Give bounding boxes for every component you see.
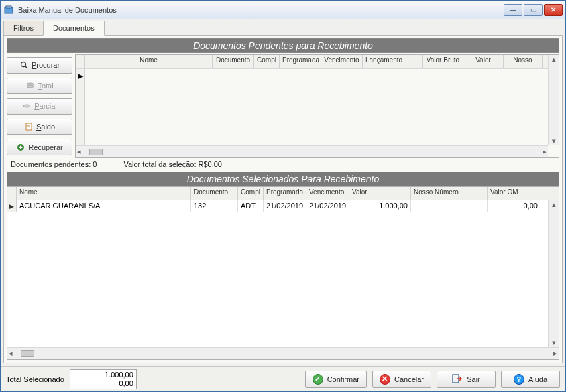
docs-pendentes-status: Documentos pendentes: 0 bbox=[11, 160, 97, 168]
app-icon bbox=[3, 5, 14, 15]
cell-nome: ACUCAR GUARANI S/A bbox=[17, 200, 191, 212]
cell-documento: 132 bbox=[191, 200, 238, 212]
coins-partial-icon bbox=[22, 101, 32, 111]
cell-vencimento: 21/02/2019 bbox=[306, 200, 349, 212]
ajuda-button[interactable]: ? Ajuda bbox=[501, 371, 560, 388]
parcial-button[interactable]: Parcial bbox=[7, 98, 72, 115]
col-vencimento[interactable]: Vencimento bbox=[321, 55, 363, 68]
grid-row-indicator: ▶ bbox=[76, 69, 85, 157]
grid-pendentes[interactable]: Nome Documento Compl Programada Vencimen… bbox=[75, 54, 559, 158]
ajuda-label: da bbox=[539, 375, 547, 383]
svg-rect-1 bbox=[6, 6, 11, 8]
cancelar-label: ncelar bbox=[404, 375, 424, 383]
section-selecionados-header: Documentos Selecionados Para Recebimento bbox=[7, 172, 559, 186]
tabs: Filtros Documentos bbox=[3, 21, 563, 36]
titlebar: Baixa Manual de Documentos — ▭ ✕ bbox=[1, 1, 565, 19]
sair-button[interactable]: Sair bbox=[437, 371, 496, 388]
search-icon bbox=[19, 60, 29, 70]
saldo-label: aldo bbox=[41, 123, 55, 131]
col-blank[interactable] bbox=[404, 55, 423, 68]
col-programada[interactable]: Programada bbox=[280, 55, 321, 68]
col2-compl[interactable]: Compl bbox=[238, 187, 264, 200]
window: Baixa Manual de Documentos — ▭ ✕ Filtros… bbox=[0, 0, 566, 392]
current-row-indicator: ▶ bbox=[7, 200, 17, 212]
tab-documentos[interactable]: Documentos bbox=[43, 21, 105, 36]
horizontal-scrollbar[interactable]: ◂▸ bbox=[76, 145, 548, 157]
recuperar-button[interactable]: Recuperar bbox=[7, 139, 72, 155]
grid-pendentes-body: ▶ bbox=[76, 68, 559, 157]
total-selecionado-label: Total Selecionado bbox=[6, 375, 64, 383]
col2-nosso-numero[interactable]: Nosso Número bbox=[411, 187, 488, 200]
svg-point-5 bbox=[27, 85, 34, 88]
row-selector-header-2 bbox=[7, 187, 17, 200]
x-icon: ✕ bbox=[380, 374, 390, 385]
total-button[interactable]: Total bbox=[7, 78, 72, 94]
col-compl[interactable]: Compl bbox=[254, 55, 280, 68]
grid-selecionados[interactable]: Nome Documento Compl Programada Vencimen… bbox=[7, 186, 559, 360]
cell-nosso-numero bbox=[411, 200, 488, 212]
close-button[interactable]: ✕ bbox=[544, 4, 563, 16]
vertical-scrollbar-2[interactable]: ▴▾ bbox=[548, 200, 559, 347]
vertical-scrollbar[interactable]: ▴▾ bbox=[548, 55, 559, 145]
arrow-up-icon bbox=[16, 143, 25, 152]
col2-vencimento[interactable]: Vencimento bbox=[306, 187, 349, 200]
cell-valor-om: 0,00 bbox=[488, 200, 541, 212]
window-buttons: — ▭ ✕ bbox=[504, 4, 563, 16]
col-valor-bruto[interactable]: Valor Bruto bbox=[423, 55, 463, 68]
exit-icon bbox=[452, 373, 463, 385]
document-icon bbox=[24, 122, 34, 131]
tab-body: Documentos Pendentes para Recebimento Pr… bbox=[3, 35, 563, 363]
cancelar-button[interactable]: ✕ Cancelar bbox=[372, 371, 431, 388]
recuperar-label: Recuperar bbox=[28, 143, 62, 151]
col2-valor[interactable]: Valor bbox=[349, 187, 411, 200]
sair-label: air bbox=[472, 375, 480, 383]
confirmar-button[interactable]: ✓ Confirmar bbox=[305, 371, 367, 388]
saldo-button[interactable]: Saldo bbox=[7, 119, 72, 135]
procurar-button[interactable]: Procurar bbox=[7, 57, 72, 74]
horizontal-scrollbar-2[interactable]: ◂▸ bbox=[7, 347, 559, 359]
cell-programada: 21/02/2019 bbox=[264, 200, 306, 212]
svg-point-6 bbox=[23, 105, 30, 107]
col-lancamento[interactable]: Lançamento bbox=[363, 55, 404, 68]
status-line: Documentos pendentes: 0 Valor total da s… bbox=[7, 158, 559, 170]
confirmar-label: onfirmar bbox=[333, 375, 359, 383]
client-area: Filtros Documentos Documentos Pendentes … bbox=[1, 19, 565, 366]
window-title: Baixa Manual de Documentos bbox=[18, 6, 504, 14]
col-documento[interactable]: Documento bbox=[213, 55, 254, 68]
parcial-label: arcial bbox=[40, 102, 57, 110]
svg-line-3 bbox=[25, 66, 27, 68]
col2-valor-om[interactable]: Valor OM bbox=[488, 187, 541, 200]
col2-programada[interactable]: Programada bbox=[264, 187, 306, 200]
help-icon: ? bbox=[514, 374, 524, 385]
svg-point-2 bbox=[21, 62, 25, 67]
pendentes-row: Procurar Total Parcial Saldo bbox=[7, 54, 559, 158]
valor-total-status: Valor total da seleção: R$0,00 bbox=[123, 160, 222, 168]
section-pendentes-header: Documentos Pendentes para Recebimento bbox=[7, 38, 559, 53]
maximize-button[interactable]: ▭ bbox=[524, 4, 543, 16]
tab-filtros[interactable]: Filtros bbox=[3, 21, 44, 36]
grid-selecionados-body: ▶ ACUCAR GUARANI S/A 132 ADT 21/02/2019 … bbox=[7, 200, 559, 347]
table-row[interactable]: ▶ ACUCAR GUARANI S/A 132 ADT 21/02/2019 … bbox=[7, 200, 559, 212]
col2-documento[interactable]: Documento bbox=[191, 187, 238, 200]
row-selector-header bbox=[76, 55, 85, 68]
procurar-label: rocurar bbox=[36, 61, 60, 69]
action-sidebar: Procurar Total Parcial Saldo bbox=[7, 54, 72, 158]
cell-valor: 1.000,00 bbox=[349, 200, 411, 212]
total-sub: 0,00 bbox=[119, 379, 133, 388]
col2-nome[interactable]: Nome bbox=[17, 187, 191, 200]
section-selecionados: Documentos Selecionados Para Recebimento… bbox=[7, 172, 559, 360]
coins-icon bbox=[25, 81, 35, 90]
total-value: 1.000,00 bbox=[105, 371, 133, 379]
check-icon: ✓ bbox=[313, 374, 323, 385]
col-valor[interactable]: Valor bbox=[463, 55, 504, 68]
footer: Total Selecionado 1.000,00 0,00 ✓ Confir… bbox=[1, 366, 565, 391]
cell-compl: ADT bbox=[238, 200, 264, 212]
col-nome[interactable]: Nome bbox=[85, 55, 213, 68]
total-label: otal bbox=[42, 82, 54, 90]
minimize-button[interactable]: — bbox=[504, 4, 522, 16]
col-nosso[interactable]: Nosso bbox=[504, 55, 543, 68]
grid-pendentes-header: Nome Documento Compl Programada Vencimen… bbox=[76, 55, 559, 68]
total-box: 1.000,00 0,00 bbox=[70, 369, 137, 389]
grid-selecionados-header: Nome Documento Compl Programada Vencimen… bbox=[7, 187, 559, 200]
